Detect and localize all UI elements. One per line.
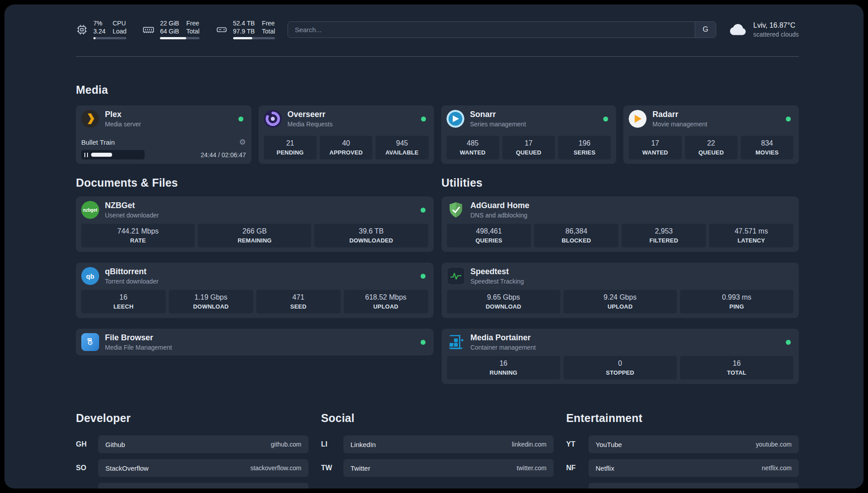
bookmark-url: github.com	[271, 441, 301, 448]
adguard-card[interactable]: AdGuard Home DNS and adblocking 498,461 …	[442, 196, 799, 252]
status-online-dot	[421, 340, 426, 345]
stat-box: 618.52 Mbps UPLOAD	[344, 290, 428, 313]
bookmark-row: LI LinkedIn linkedin.com	[321, 435, 554, 453]
service-subtitle: DNS and adblocking	[471, 212, 530, 219]
entertainment-bookmarks-section: Entertainment YT YouTube youtube.com NF …	[566, 412, 799, 489]
stat-label: STOPPED	[606, 369, 634, 376]
qbittorrent-card[interactable]: qb qBittorrent Torrent downloader 16 LEE…	[76, 263, 434, 318]
pause-icon[interactable]	[84, 153, 88, 157]
status-online-dot	[421, 117, 426, 121]
stat-label: BLOCKED	[562, 237, 591, 244]
bookmark-stackoverflow[interactable]: StackOverflow stackoverflow.com	[98, 459, 309, 477]
bookmark-abbr: LI	[321, 440, 343, 448]
bookmark-netflix[interactable]: Netflix netflix.com	[588, 459, 799, 477]
disk-metric: 52.4 TB 97.9 TB Free Total	[216, 20, 275, 39]
stat-value: 485	[467, 139, 479, 147]
search-engine-button[interactable]: G	[695, 22, 716, 38]
bookmark-dev[interactable]: DEV dev.to	[98, 483, 309, 489]
stat-label: REMAINING	[238, 237, 271, 244]
stat-label: QUERIES	[476, 237, 502, 244]
speedtest-icon	[447, 267, 465, 285]
search-bar: G	[288, 21, 716, 38]
bookmark-twitter[interactable]: Twitter twitter.com	[343, 459, 554, 477]
stat-box: 485 WANTED	[447, 136, 499, 159]
bookmark-linkedin[interactable]: LinkedIn linkedin.com	[343, 435, 554, 453]
stat-value: 22	[707, 139, 715, 147]
bookmark-row: DT DEV dev.to	[76, 483, 309, 489]
disk-free-label: Free	[262, 20, 275, 27]
nzbget-card[interactable]: nzbget NZBGet Usenet downloader 744.21 M…	[76, 196, 434, 252]
stat-label: RUNNING	[490, 369, 517, 376]
memory-metric: 22 GiB 64 GiB Free Total	[142, 20, 199, 39]
stat-label: QUEUED	[698, 149, 724, 156]
stat-label: DOWNLOAD	[193, 303, 229, 310]
bookmark-youtube[interactable]: YouTube youtube.com	[588, 435, 799, 453]
stat-box: 21 PENDING	[264, 136, 317, 159]
settings-gear-icon[interactable]: ⚙	[239, 138, 246, 146]
stat-label: SERIES	[574, 149, 596, 156]
stat-value: 17	[651, 139, 659, 147]
stat-value: 21	[286, 139, 294, 147]
disk-free-value: 52.4 TB	[233, 20, 255, 27]
bookmark-abbr: YT	[566, 440, 588, 448]
bookmark-row: SO StackOverflow stackoverflow.com	[76, 459, 309, 477]
disk-progress-bar	[233, 37, 275, 39]
weather-widget[interactable]: Lviv, 16.87°C scattered clouds	[729, 21, 799, 38]
filebrowser-card[interactable]: File Browser Media File Management	[76, 329, 434, 355]
stat-box: 1.19 Gbps DOWNLOAD	[169, 290, 253, 313]
cpu-usage-value: 7%	[93, 20, 105, 27]
radarr-card[interactable]: Radarr Movie management 17 WANTED 22 QUE…	[623, 105, 799, 164]
service-subtitle: Speedtest Tracking	[471, 278, 524, 285]
bookmark-reddit[interactable]: Reddit reddit.com	[588, 483, 799, 489]
bookmark-abbr: NF	[566, 464, 588, 472]
status-online-dot	[238, 117, 243, 121]
overseerr-card[interactable]: Overseerr Media Requests 21 PENDING 40 A…	[259, 105, 434, 164]
status-online-dot	[421, 208, 426, 213]
playback-progress-bar[interactable]	[81, 150, 145, 159]
plex-now-playing: Bullet Train ⚙ 24:44 / 02:06:47	[81, 138, 246, 159]
stat-box: 744.21 Mbps RATE	[81, 224, 195, 247]
portainer-card[interactable]: Media Portainer Container management 16 …	[442, 329, 799, 384]
stat-box: 471 SEED	[256, 290, 341, 313]
documents-section: Documents & Files nzbget NZBGet Usenet d…	[76, 176, 434, 384]
sonarr-card[interactable]: Sonarr Series management 485 WANTED 17 Q…	[441, 105, 617, 164]
cpu-progress-bar	[93, 37, 126, 39]
stat-label: UPLOAD	[608, 303, 633, 310]
bookmark-abbr: RE	[566, 488, 588, 489]
bookmark-row: NF Netflix netflix.com	[566, 459, 799, 477]
stat-value: 0.993 ms	[722, 293, 751, 301]
bookmark-name: Github	[105, 441, 125, 448]
stat-box: 16 RUNNING	[447, 356, 560, 380]
service-name: Sonarr	[470, 110, 526, 119]
stat-box: 498,461 QUERIES	[447, 224, 531, 247]
stat-label: DOWNLOAD	[486, 303, 522, 310]
bookmark-url: stackoverflow.com	[250, 464, 301, 472]
bookmark-name: YouTube	[596, 441, 622, 448]
adguard-icon	[447, 201, 465, 219]
status-online-dot	[786, 340, 791, 345]
service-name: Radarr	[652, 110, 707, 119]
stat-label: APPROVED	[330, 149, 363, 156]
bookmark-row: RE Reddit reddit.com	[566, 483, 799, 489]
bookmark-row: TW Twitter twitter.com	[321, 459, 554, 477]
stat-value: 86,384	[565, 227, 587, 235]
entertainment-section-title: Entertainment	[566, 412, 799, 425]
plex-card[interactable]: Plex Media server Bullet Train ⚙	[76, 105, 251, 164]
stat-box: 22 QUEUED	[685, 136, 738, 159]
search-input[interactable]	[288, 22, 695, 38]
stat-box: 16 LEECH	[81, 290, 166, 313]
service-name: qBittorrent	[105, 267, 159, 276]
service-name: Plex	[105, 110, 141, 119]
overseerr-icon	[264, 110, 282, 128]
disk-total-value: 97.9 TB	[233, 28, 255, 35]
stat-label: RATE	[130, 237, 146, 244]
social-section-title: Social	[321, 412, 554, 425]
service-name: Media Portainer	[471, 333, 536, 343]
bookmark-github[interactable]: Github github.com	[98, 435, 309, 453]
service-subtitle: Movie management	[652, 121, 707, 128]
dashboard-window: 7% 3.24 CPU Load	[4, 4, 864, 489]
now-playing-title: Bullet Train	[81, 138, 115, 146]
stat-label: LEECH	[113, 303, 134, 310]
media-section-title: Media	[76, 84, 799, 96]
speedtest-card[interactable]: Speedtest Speedtest Tracking 9.65 Gbps D…	[442, 263, 799, 318]
